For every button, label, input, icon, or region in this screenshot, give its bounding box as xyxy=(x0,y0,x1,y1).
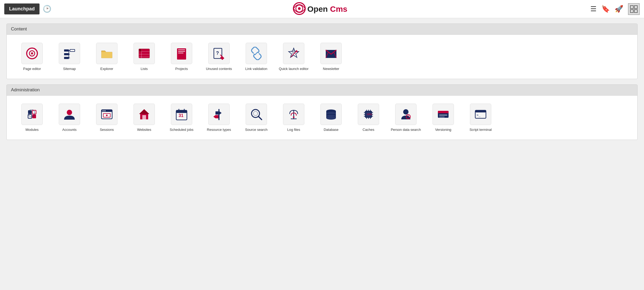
app-tile-modules[interactable]: Modules xyxy=(15,101,49,134)
svg-point-2 xyxy=(298,7,301,10)
link-validation-icon-box xyxy=(246,43,267,64)
script-terminal-label: Script terminal xyxy=(469,128,492,132)
app-tile-person-data-search[interactable]: ? Person data search xyxy=(388,101,423,134)
svg-text:?: ? xyxy=(216,50,219,56)
app-tile-quick-launch-editor[interactable]: Quick launch editor xyxy=(276,40,311,73)
modules-label: Modules xyxy=(25,128,38,132)
svg-rect-32 xyxy=(220,56,224,60)
app-tile-log-files[interactable]: Log files xyxy=(276,101,311,134)
websites-icon xyxy=(138,108,151,121)
svg-point-50 xyxy=(106,115,108,116)
svg-line-60 xyxy=(258,116,262,120)
opencms-logo: Open Cms xyxy=(293,2,351,15)
header-right: ☰ 🔖 🚀 xyxy=(590,3,640,15)
launchpad-button[interactable]: Launchpad xyxy=(4,3,40,14)
app-tile-sessions[interactable]: Sessions xyxy=(89,101,124,134)
hamburger-menu-icon[interactable]: ☰ xyxy=(590,5,596,13)
caches-icon: CPU xyxy=(362,108,375,121)
resource-types-label: Resource types xyxy=(207,128,231,132)
sessions-icon-box xyxy=(96,104,117,125)
app-tile-caches[interactable]: CPU Caches xyxy=(351,101,386,134)
app-tile-link-validation[interactable]: Link validation xyxy=(239,40,274,73)
app-tile-resource-types[interactable]: Resource types xyxy=(202,101,236,134)
svg-rect-28 xyxy=(178,53,183,53)
svg-rect-95 xyxy=(475,110,486,112)
modules-icon xyxy=(25,108,39,121)
app-switcher-icon[interactable] xyxy=(628,3,640,15)
svg-text:Cms: Cms xyxy=(330,5,347,13)
svg-rect-26 xyxy=(178,49,185,50)
history-icon[interactable]: 🕑 xyxy=(43,5,51,13)
websites-icon-box xyxy=(133,104,155,125)
lists-icon-box xyxy=(133,43,155,64)
svg-line-33 xyxy=(255,52,258,55)
page-editor-icon xyxy=(25,47,39,60)
app-tile-sitemap[interactable]: Sitemap xyxy=(52,40,87,73)
unused-contents-icon-box: ? xyxy=(208,43,230,64)
database-icon xyxy=(324,108,338,121)
app-tile-page-editor[interactable]: Page editor xyxy=(15,40,49,73)
page-editor-label: Page editor xyxy=(23,67,41,71)
newsletter-label: Newsletter xyxy=(323,67,339,71)
app-tile-websites[interactable]: Websites xyxy=(127,101,162,134)
svg-rect-93 xyxy=(439,116,445,117)
modules-icon-box xyxy=(21,104,43,125)
explorer-icon-box xyxy=(96,43,117,64)
svg-rect-51 xyxy=(142,115,146,119)
app-tile-source-search[interactable]: Source search xyxy=(239,101,274,134)
svg-rect-8 xyxy=(634,10,637,13)
svg-rect-27 xyxy=(178,51,185,52)
sitemap-label: Sitemap xyxy=(63,67,76,71)
sessions-label: Sessions xyxy=(100,128,114,132)
app-tile-versioning[interactable]: Versioning xyxy=(426,101,461,134)
sitemap-icon-box xyxy=(59,43,80,64)
header-left: Launchpad 🕑 xyxy=(4,3,51,14)
svg-rect-54 xyxy=(176,110,187,113)
link-validation-label: Link validation xyxy=(245,67,267,71)
svg-text:?: ? xyxy=(407,115,409,118)
main-content: Content Page editor xyxy=(0,18,644,151)
scheduled-jobs-icon: 31 xyxy=(175,108,188,121)
svg-rect-15 xyxy=(70,49,75,52)
log-files-icon xyxy=(287,108,300,121)
person-data-search-icon-box: ? xyxy=(395,104,417,125)
app-tile-scheduled-jobs[interactable]: 31 Scheduled jobs xyxy=(164,101,199,134)
app-tile-newsletter[interactable]: Newsletter xyxy=(314,40,348,73)
unused-contents-label: Unused contents xyxy=(206,67,232,71)
svg-point-61 xyxy=(253,111,258,116)
svg-point-63 xyxy=(293,116,294,118)
app-tile-script-terminal[interactable]: >_ Script terminal xyxy=(463,101,498,134)
bookmark-icon[interactable]: 🔖 xyxy=(601,5,610,13)
unused-contents-icon: ? xyxy=(212,47,226,60)
svg-marker-36 xyxy=(296,50,298,53)
sitemap-icon xyxy=(63,47,76,60)
versioning-icon xyxy=(437,108,450,121)
app-tile-explorer[interactable]: Explorer xyxy=(89,40,124,73)
rocket-icon[interactable]: 🚀 xyxy=(615,5,623,13)
script-terminal-icon-box: >_ xyxy=(470,104,491,125)
app-tile-accounts[interactable]: Accounts xyxy=(52,101,87,134)
quick-launch-editor-label: Quick launch editor xyxy=(279,67,308,71)
administration-section-body: Modules Accounts xyxy=(7,96,637,140)
source-search-icon-box xyxy=(246,104,267,125)
log-files-label: Log files xyxy=(287,128,300,132)
scheduled-jobs-icon-box: 31 xyxy=(171,104,192,125)
link-validation-icon xyxy=(250,47,263,60)
svg-rect-12 xyxy=(64,49,69,52)
projects-icon xyxy=(175,47,188,60)
svg-point-48 xyxy=(104,110,105,111)
app-tile-projects[interactable]: Projects xyxy=(164,40,199,73)
app-tile-lists[interactable]: Lists xyxy=(127,40,162,73)
lists-icon xyxy=(138,47,151,60)
svg-marker-52 xyxy=(139,109,149,114)
svg-text:CPU: CPU xyxy=(367,113,372,116)
resource-types-icon-box xyxy=(208,104,230,125)
app-tile-unused-contents[interactable]: ? Unused contents xyxy=(202,40,236,73)
svg-rect-24 xyxy=(139,49,142,52)
app-tile-database[interactable]: Database xyxy=(314,101,348,134)
svg-text:Open: Open xyxy=(307,5,328,13)
sessions-icon xyxy=(100,108,113,121)
svg-point-71 xyxy=(326,116,336,120)
svg-rect-6 xyxy=(634,6,637,9)
source-search-label: Source search xyxy=(245,128,268,132)
